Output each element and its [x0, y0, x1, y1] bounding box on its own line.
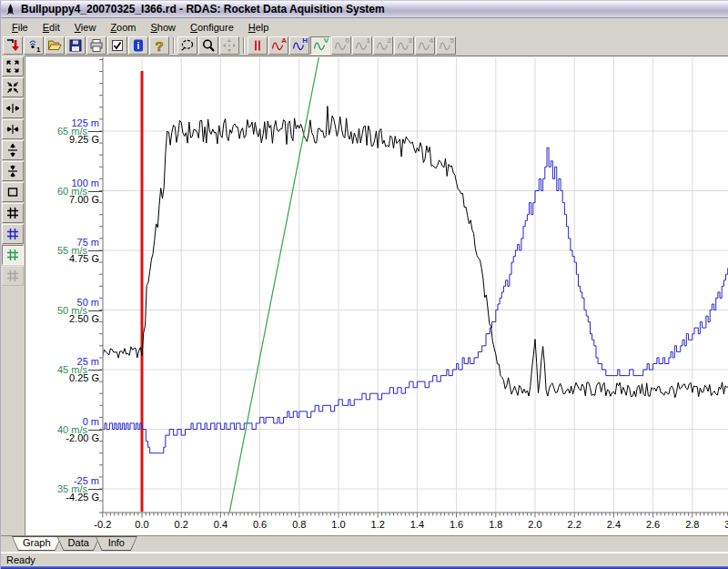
y-label-tick-line	[88, 131, 102, 132]
x-axis-tick-label: 1.0	[320, 519, 357, 530]
side-button-expand-vertical[interactable]	[2, 140, 24, 160]
x-axis-tick-label: 2.4	[595, 519, 632, 530]
side-button-expand-horizontal[interactable]	[2, 98, 24, 118]
side-button-grid-acceleration[interactable]	[2, 203, 24, 223]
tab-data[interactable]: Data	[57, 536, 100, 551]
y-label-acceleration: 9.25 G	[69, 135, 99, 145]
menu-item-configure[interactable]: Configure	[183, 20, 241, 35]
y-label-tick-line	[88, 370, 102, 371]
grid-velocity-icon	[5, 248, 20, 262]
grid-acceleration-icon	[5, 206, 20, 220]
side-button-grid-aux	[2, 266, 24, 286]
channel-label: 0	[346, 36, 349, 45]
toolbar-button-channel-aux5: 5	[436, 36, 456, 55]
toolbar-button-download-data[interactable]: 1	[24, 36, 44, 55]
x-axis-tick-label: 2.8	[674, 519, 711, 530]
event-markers-icon	[250, 38, 265, 53]
main-toolbar: 1i?AHV012345	[1, 36, 728, 56]
menu-item-zoom[interactable]: Zoom	[103, 20, 143, 35]
toolbar-button-pan	[219, 36, 239, 55]
grid-altitude-icon	[5, 227, 20, 241]
channel-label: 4	[430, 36, 433, 45]
tab-graph[interactable]: Graph	[12, 536, 62, 551]
toolbar-divider	[243, 37, 245, 54]
window-title: Bullpuppy4_20070325_I366.rd - RDAS: Rock…	[21, 3, 385, 15]
print-icon	[89, 38, 104, 53]
toolbar-button-channel-velocity[interactable]: V	[310, 36, 330, 55]
expand-horizontal-icon	[5, 101, 20, 116]
side-button-grid-altitude[interactable]	[2, 224, 24, 244]
zoom-extents-icon	[5, 59, 20, 74]
toolbar-button-zoom-tool[interactable]	[198, 36, 218, 55]
y-label-acceleration: 7.00 G	[69, 195, 99, 205]
channel-label: 1	[367, 36, 370, 45]
channel-label: V	[324, 36, 329, 45]
y-label-tick-line	[88, 310, 102, 311]
toolbar-button-info[interactable]: i	[128, 36, 148, 55]
y-label-tick-line	[88, 489, 102, 490]
y-label-acceleration: 0.25 G	[69, 373, 99, 383]
x-axis-tick-label: 1.6	[439, 519, 475, 530]
x-axis-tick-label: 2.2	[556, 519, 592, 530]
x-axis-tick-label: 0.4	[202, 519, 238, 530]
chart-plot[interactable]	[25, 56, 728, 535]
x-axis-tick-label: 1.8	[478, 519, 514, 530]
toolbar-button-channel-aux3: 3	[394, 36, 414, 55]
toolbar-button-channel-aux2: 2	[373, 36, 393, 55]
channel-label: 5	[450, 36, 454, 45]
y-label-acceleration: 4.75 G	[69, 254, 99, 264]
tab-label: Graph	[12, 536, 62, 550]
save-file-icon	[68, 38, 83, 53]
side-button-compress-horizontal[interactable]	[2, 119, 24, 139]
menu-item-help[interactable]: Help	[241, 20, 277, 35]
side-button-zoom-in-all[interactable]	[2, 77, 24, 97]
tab-info[interactable]: Info	[96, 536, 137, 551]
y-label-acceleration: -4.25 G	[66, 493, 99, 503]
toolbar-button-channel-acceleration[interactable]: A	[268, 36, 288, 55]
side-button-compress-vertical[interactable]	[2, 161, 24, 181]
side-button-zoom-extents[interactable]	[2, 56, 24, 76]
toolbar-button-channel-aux4: 4	[415, 36, 435, 55]
lasso-select-icon	[180, 38, 195, 53]
side-button-grid-velocity[interactable]	[2, 245, 24, 265]
toolbar-button-verify[interactable]	[107, 36, 127, 55]
open-file-icon	[47, 38, 62, 53]
title-bar[interactable]: Bullpuppy4_20070325_I366.rd - RDAS: Rock…	[1, 1, 728, 18]
menu-item-view[interactable]: View	[67, 20, 104, 35]
zoom-in-all-icon	[5, 80, 20, 95]
toolbar-button-channel-height[interactable]: H	[289, 36, 309, 55]
tab-label: Data	[57, 536, 100, 550]
info-icon: i	[131, 38, 146, 53]
side-button-zoom-box[interactable]	[2, 182, 24, 202]
help-icon: ?	[152, 38, 167, 53]
channel-label: 2	[388, 36, 391, 45]
y-label-acceleration: 2.50 G	[69, 314, 99, 324]
toolbar-button-open-file[interactable]	[45, 36, 65, 55]
pan-icon	[222, 38, 237, 53]
toolbar-button-channel-aux0: 0	[331, 36, 351, 55]
y-label-acceleration: -2.00 G	[66, 433, 99, 443]
download-data-icon: 1	[26, 38, 41, 53]
toolbar-button-lasso-select[interactable]	[177, 36, 197, 55]
toolbar-button-save-file[interactable]	[66, 36, 86, 55]
zoom-tool-icon	[201, 38, 216, 53]
x-axis-tick-label: 3.0	[713, 519, 728, 530]
x-axis-tick-label: -0.2	[85, 519, 121, 530]
compress-horizontal-icon	[5, 122, 20, 137]
side-toolbar	[1, 56, 25, 535]
compress-vertical-icon	[5, 164, 20, 178]
launch-icon	[5, 38, 20, 53]
status-bar: Ready	[1, 552, 728, 566]
x-axis-tick-label: 2.0	[517, 519, 553, 530]
toolbar-button-print[interactable]	[86, 36, 106, 55]
toolbar-button-help[interactable]: ?	[149, 36, 169, 55]
toolbar-button-event-markers[interactable]	[248, 36, 268, 55]
menu-item-file[interactable]: File	[5, 20, 35, 35]
menu-item-edit[interactable]: Edit	[35, 20, 67, 35]
toolbar-button-launch[interactable]	[3, 36, 23, 55]
toolbar-button-channel-aux1: 1	[352, 36, 372, 55]
x-axis-tick-label: 0.8	[281, 519, 318, 530]
menu-item-show[interactable]: Show	[144, 20, 184, 35]
channel-label: A	[281, 36, 287, 45]
x-axis-tick-label: 2.6	[635, 519, 672, 530]
